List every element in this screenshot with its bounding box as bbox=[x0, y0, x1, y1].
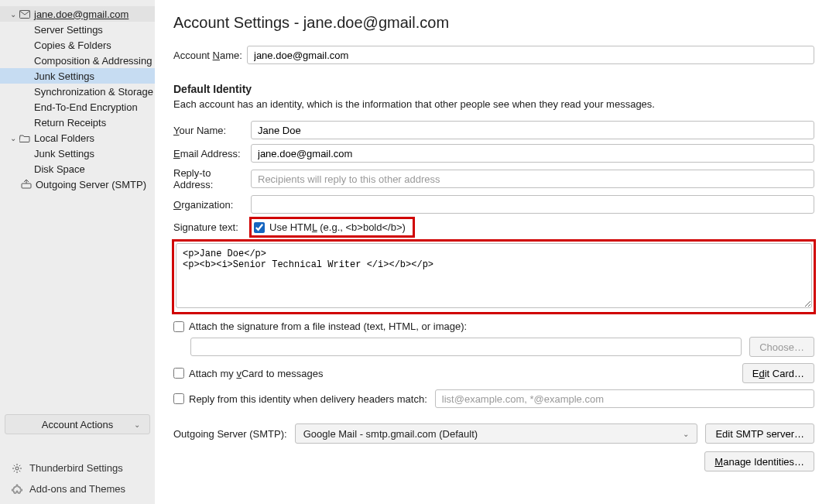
sidebar-item-label: Server Settings bbox=[34, 24, 103, 36]
chevron-down-icon: ⌄ bbox=[8, 10, 19, 19]
sidebar-item-sync-storage[interactable]: Synchronization & Storage bbox=[0, 84, 155, 99]
manage-identities-button[interactable]: Manage Identities… bbox=[704, 451, 814, 471]
sidebar-item-junk-settings[interactable]: Junk Settings bbox=[0, 68, 155, 84]
use-html-highlight: Use HTML (e.g., <b>bold</b>) bbox=[251, 218, 413, 236]
sidebar-item-label: Composition & Addressing bbox=[34, 55, 152, 67]
edit-card-button[interactable]: Edit Card… bbox=[742, 363, 814, 383]
chevron-down-icon: ⌄ bbox=[683, 430, 689, 438]
svg-point-2 bbox=[15, 467, 19, 470]
your-name-label: Your Name: bbox=[173, 125, 251, 136]
account-label: jane.doe@gmail.com bbox=[34, 9, 128, 20]
outgoing-server-row: Outgoing Server (SMTP): Google Mail - sm… bbox=[173, 423, 814, 444]
account-local-folders[interactable]: ⌄ Local Folders bbox=[0, 130, 155, 146]
signature-textarea[interactable] bbox=[176, 243, 812, 308]
default-identity-desc: Each account has an identity, which is t… bbox=[173, 98, 814, 110]
reply-to-input[interactable] bbox=[251, 170, 814, 188]
edit-smtp-button[interactable]: Edit SMTP server… bbox=[705, 423, 814, 444]
account-jane-doe[interactable]: ⌄ jane.doe@gmail.com bbox=[0, 6, 155, 22]
signature-textarea-highlight bbox=[173, 241, 814, 313]
attach-file-label: Attach the signature from a file instead… bbox=[189, 321, 467, 332]
sidebar-item-outgoing-smtp[interactable]: Outgoing Server (SMTP) bbox=[0, 177, 155, 192]
your-name-input[interactable] bbox=[251, 121, 814, 139]
use-html-label: Use HTML (e.g., <b>bold</b>) bbox=[269, 221, 406, 233]
reply-match-checkbox[interactable] bbox=[173, 393, 184, 404]
default-identity-heading: Default Identity bbox=[173, 83, 814, 95]
account-actions-button[interactable]: Account Actions ⌄ bbox=[5, 414, 150, 434]
account-label: Local Folders bbox=[34, 132, 94, 144]
sidebar-item-label: End-To-End Encryption bbox=[34, 101, 138, 113]
reply-match-row: Reply from this identity when delivery h… bbox=[173, 389, 814, 408]
sidebar-item-junk-settings-local[interactable]: Junk Settings bbox=[0, 146, 155, 161]
choose-file-button: Choose… bbox=[749, 337, 814, 357]
puzzle-icon bbox=[11, 484, 23, 495]
sidebar-item-return-receipts[interactable]: Return Receipts bbox=[0, 115, 155, 130]
mail-icon bbox=[19, 10, 31, 19]
addons-themes-link[interactable]: Add-ons and Themes bbox=[5, 478, 150, 499]
sidebar-item-copies-folders[interactable]: Copies & Folders bbox=[0, 37, 155, 53]
outbox-icon bbox=[20, 180, 33, 189]
attach-file-path-row: Choose… bbox=[173, 337, 814, 357]
sidebar-item-label: Return Receipts bbox=[34, 117, 106, 129]
sidebar-item-disk-space[interactable]: Disk Space bbox=[0, 161, 155, 177]
your-name-row: Your Name: bbox=[173, 121, 814, 139]
email-label: Email Address: bbox=[173, 148, 251, 159]
reply-to-label: Reply-to Address: bbox=[173, 167, 251, 190]
sidebar-item-server-settings[interactable]: Server Settings bbox=[0, 22, 155, 37]
reply-to-row: Reply-to Address: bbox=[173, 167, 814, 190]
attach-vcard-checkbox[interactable] bbox=[173, 368, 184, 379]
account-name-input[interactable] bbox=[247, 46, 814, 64]
sidebar-link-label: Thunderbird Settings bbox=[29, 462, 123, 474]
gear-icon bbox=[11, 463, 23, 474]
outgoing-server-select[interactable]: Google Mail - smtp.gmail.com (Default) ⌄ bbox=[295, 423, 698, 444]
account-actions-label: Account Actions bbox=[42, 419, 114, 430]
sidebar-bottom: Account Actions ⌄ Thunderbird Settings A… bbox=[0, 410, 155, 504]
sidebar-item-label: Synchronization & Storage bbox=[34, 86, 153, 98]
sidebar-link-label: Add-ons and Themes bbox=[29, 483, 125, 495]
email-row: Email Address: bbox=[173, 144, 814, 163]
main-panel: Account Settings - jane.doe@gmail.com Ac… bbox=[155, 0, 836, 504]
reply-match-input[interactable] bbox=[435, 389, 814, 408]
attach-file-path-input[interactable] bbox=[190, 338, 742, 356]
sidebar-item-label: Junk Settings bbox=[34, 70, 94, 82]
signature-text-label: Signature text: bbox=[173, 221, 251, 233]
svg-rect-1 bbox=[22, 183, 31, 188]
page-title: Account Settings - jane.doe@gmail.com bbox=[173, 14, 814, 32]
attach-vcard-label: Attach my vCard to messages bbox=[189, 368, 323, 379]
account-name-label: Account Name: bbox=[173, 50, 247, 61]
use-html-checkbox[interactable] bbox=[254, 222, 265, 233]
email-input[interactable] bbox=[251, 144, 814, 163]
account-name-row: Account Name: bbox=[173, 46, 814, 64]
organization-input[interactable] bbox=[251, 195, 814, 214]
organization-row: Organization: bbox=[173, 195, 814, 214]
vcard-row: Attach my vCard to messages Edit Card… bbox=[173, 363, 814, 383]
manage-identities-row: Manage Identities… bbox=[173, 451, 814, 471]
organization-label: Organization: bbox=[173, 199, 251, 211]
outgoing-server-label: Outgoing Server (SMTP): bbox=[173, 428, 287, 440]
reply-match-label: Reply from this identity when delivery h… bbox=[189, 393, 427, 405]
sidebar-item-composition[interactable]: Composition & Addressing bbox=[0, 53, 155, 68]
folder-icon bbox=[19, 134, 31, 142]
signature-text-row: Signature text: Use HTML (e.g., <b>bold<… bbox=[173, 218, 814, 236]
attach-file-row: Attach the signature from a file instead… bbox=[173, 321, 814, 332]
sidebar-tree: ⌄ jane.doe@gmail.com Server Settings Cop… bbox=[0, 6, 155, 410]
sidebar-item-label: Junk Settings bbox=[34, 148, 94, 159]
sidebar-item-label: Disk Space bbox=[34, 163, 85, 175]
sidebar-item-e2e-encryption[interactable]: End-To-End Encryption bbox=[0, 99, 155, 115]
attach-file-checkbox[interactable] bbox=[173, 321, 184, 332]
chevron-down-icon: ⌄ bbox=[134, 420, 140, 429]
chevron-down-icon: ⌄ bbox=[8, 134, 19, 142]
outgoing-server-value: Google Mail - smtp.gmail.com (Default) bbox=[303, 428, 478, 440]
sidebar-item-label: Outgoing Server (SMTP) bbox=[36, 179, 146, 190]
sidebar: ⌄ jane.doe@gmail.com Server Settings Cop… bbox=[0, 0, 155, 504]
thunderbird-settings-link[interactable]: Thunderbird Settings bbox=[5, 458, 150, 478]
sidebar-item-label: Copies & Folders bbox=[34, 39, 111, 51]
